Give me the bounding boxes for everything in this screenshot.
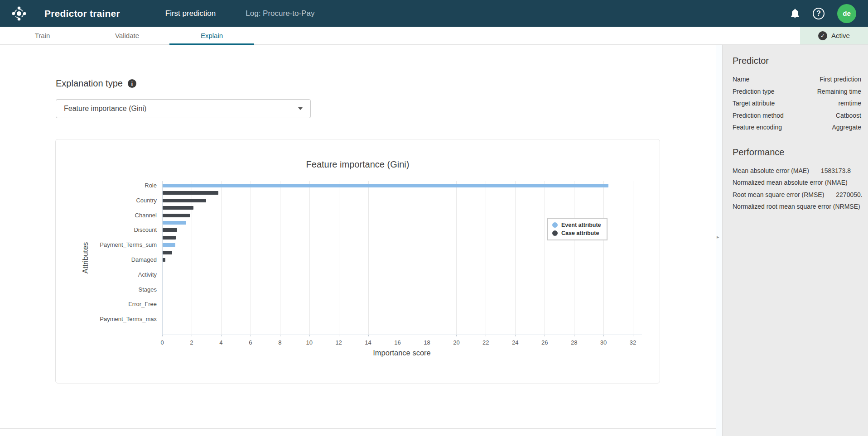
gridline — [368, 181, 369, 335]
log-breadcrumb[interactable]: Log: Procure-to-Pay — [246, 9, 314, 18]
gridline — [251, 181, 251, 335]
detail-value: Catboost — [836, 110, 861, 122]
help-icon[interactable]: ? — [813, 8, 825, 19]
user-avatar[interactable]: de — [837, 4, 856, 23]
detail-label: Prediction type — [733, 86, 775, 98]
chevron-down-icon — [298, 107, 303, 110]
y-tick-label: Stages — [74, 286, 157, 293]
y-tick-label: Error_Free — [74, 301, 157, 307]
tab-train[interactable]: Train — [0, 27, 85, 44]
x-tick-label: 22 — [482, 339, 489, 346]
detail-label: Name — [733, 73, 749, 86]
x-tick-label: 14 — [365, 339, 371, 346]
y-tick-label: Payment_Terms_max — [74, 316, 157, 322]
x-tick-label: 6 — [249, 339, 252, 346]
sidebar-collapse-handle[interactable]: ▸ — [717, 234, 719, 240]
x-tick-label: 26 — [541, 339, 548, 346]
explanation-type-dropdown[interactable]: Feature importance (Gini) — [56, 99, 311, 118]
gridline — [280, 181, 280, 335]
detail-label: Root mean square error (RMSE) — [733, 191, 824, 198]
check-circle-icon: ✓ — [818, 31, 827, 40]
x-tick-label: 12 — [335, 339, 342, 346]
predictor-section-title: Predictor — [733, 56, 868, 66]
y-tick-label: Country — [74, 197, 157, 204]
detail-value: 1583173.8 — [821, 167, 851, 174]
gridline — [309, 181, 310, 335]
tab-explain[interactable]: Explain — [169, 27, 254, 44]
app-logo-icon — [12, 6, 26, 21]
importance-bar-unlabeled — [163, 191, 218, 195]
gridline — [486, 181, 486, 335]
detail-row: Root mean square error (RMSE)2270050. — [733, 189, 868, 201]
explanation-type-heading: Explanation type i — [56, 78, 136, 89]
active-status-badge[interactable]: ✓ Active — [800, 27, 868, 44]
x-tick-label: 20 — [453, 339, 459, 346]
notifications-bell-icon[interactable] — [790, 8, 800, 19]
x-tick-label: 24 — [512, 339, 518, 346]
x-tick-label: 10 — [306, 339, 312, 346]
tab-validate[interactable]: Validate — [85, 27, 169, 44]
x-tick-label: 18 — [424, 339, 430, 346]
gridline — [427, 181, 427, 335]
importance-bar-Role — [163, 184, 608, 187]
performance-rows: Mean absolute error (MAE)1583173.8Normal… — [733, 165, 868, 213]
sidebar-divider: ▸ — [716, 45, 722, 436]
detail-label: Normalized mean absolute error (NMAE) — [733, 179, 848, 186]
importance-bar-unlabeled — [163, 221, 186, 225]
legend-item[interactable]: Case attribute — [552, 230, 601, 236]
x-tick-label: 4 — [219, 339, 222, 346]
detail-value: First prediction — [820, 73, 861, 86]
legend-item[interactable]: Event attribute — [552, 222, 601, 228]
importance-bar-unlabeled — [163, 251, 172, 254]
x-axis-line — [162, 335, 642, 335]
explanation-type-label: Explanation type — [56, 78, 123, 89]
detail-row: Target attributeremtime — [733, 97, 861, 110]
x-tick-label: 16 — [394, 339, 400, 346]
importance-bar-unlabeled — [163, 206, 193, 210]
plot-area: 02468101214161820222426283032RoleCountry… — [56, 139, 660, 383]
x-tick-label: 8 — [278, 339, 281, 346]
gridline — [633, 181, 633, 335]
gridline — [545, 181, 545, 335]
chart-legend[interactable]: Event attributeCase attribute — [547, 218, 608, 240]
app-title: Predictor trainer — [44, 8, 120, 19]
detail-row: Prediction typeRemaining time — [733, 86, 861, 98]
y-tick-label: Role — [74, 182, 157, 189]
detail-row: Mean absolute error (MAE)1583173.8 — [733, 165, 868, 177]
detail-value: Remaining time — [817, 86, 861, 98]
x-tick-label: 30 — [600, 339, 607, 346]
info-icon[interactable]: i — [128, 79, 136, 88]
detail-label: Normalized root mean square error (NRMSE… — [733, 203, 860, 210]
detail-label: Prediction method — [733, 110, 784, 122]
gridline — [603, 181, 604, 335]
importance-bar-Channel — [163, 214, 190, 217]
gridline — [574, 181, 574, 335]
y-tick-label: Discount — [74, 226, 157, 233]
detail-label: Feature encoding — [733, 121, 782, 134]
x-tick-label: 2 — [190, 339, 193, 346]
importance-bar-Payment_Terms_sum — [163, 243, 175, 247]
importance-bar-Country — [163, 199, 206, 202]
app-header: Predictor trainer First prediction Log: … — [0, 0, 868, 27]
x-tick-label: 28 — [571, 339, 577, 346]
x-tick-label: 32 — [630, 339, 636, 346]
performance-section-title: Performance — [733, 147, 868, 158]
details-sidebar: Predictor NameFirst predictionPrediction… — [722, 45, 868, 436]
detail-row: Feature encodingAggregate — [733, 121, 861, 134]
chart-card: Feature importance (Gini) 02468101214161… — [55, 139, 660, 383]
detail-row: Normalized root mean square error (NRMSE… — [733, 201, 868, 213]
gridline — [192, 181, 192, 335]
detail-label: Mean absolute error (MAE) — [733, 167, 809, 174]
detail-label: Target attribute — [733, 97, 775, 110]
gridline — [221, 181, 222, 335]
legend-label: Case attribute — [561, 230, 599, 236]
detail-row: NameFirst prediction — [733, 73, 861, 86]
x-axis-label: Importance score — [373, 349, 430, 357]
predictor-rows: NameFirst predictionPrediction typeRemai… — [733, 73, 868, 134]
importance-bar-Discount — [163, 228, 177, 232]
predictor-name-breadcrumb[interactable]: First prediction — [165, 9, 216, 18]
legend-label: Event attribute — [561, 222, 601, 228]
gridline — [456, 181, 457, 335]
detail-row: Normalized mean absolute error (NMAE) — [733, 177, 868, 189]
detail-value: remtime — [838, 97, 861, 110]
